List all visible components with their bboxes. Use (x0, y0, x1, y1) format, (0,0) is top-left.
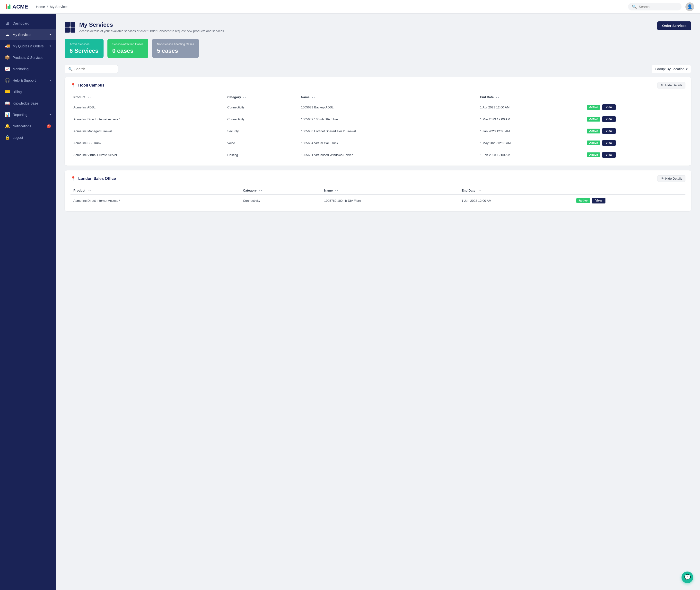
order-services-button[interactable]: Order Services (657, 21, 691, 30)
stat-value-non-affecting: 5 cases (157, 47, 194, 54)
sidebar-item-logout[interactable]: 🔒 Logout (0, 132, 56, 143)
pin-icon-hooli-campus: 📍 (71, 83, 76, 88)
services-search-icon: 🔍 (68, 67, 73, 71)
main-content: My Services Access details of your avail… (56, 14, 700, 590)
sidebar-item-dashboard[interactable]: ⊞ Dashboard (0, 17, 56, 29)
cell-product: Acme Inc Direct Internet Access * (71, 194, 240, 206)
cell-name: 1005681 Virtualised Windows Server (298, 149, 477, 161)
sidebar-item-my-services[interactable]: ☁ My Services ▾ (0, 29, 56, 40)
status-badge: Active (587, 105, 600, 110)
status-badge: Active (576, 198, 590, 203)
col-header-actions (573, 187, 685, 194)
stat-card-non-affecting[interactable]: Non-Service Affecting Cases 5 cases (152, 39, 199, 58)
logout-icon: 🔒 (5, 135, 10, 140)
cell-category: Connectivity (240, 194, 321, 206)
cell-end-date: 1 May 2023 12:00 AM (477, 137, 584, 149)
col-header-product[interactable]: Product ▲▼ (71, 187, 240, 194)
status-badge: Active (587, 128, 600, 133)
sidebar-item-my-quotes-orders[interactable]: 🚚 My Quotes & Orders ▾ (0, 40, 56, 52)
sidebar-item-billing[interactable]: 💳 Billing (0, 86, 56, 97)
location-title-hooli-campus: 📍 Hooli Campus (71, 83, 104, 88)
sort-icon: ▲▼ (243, 96, 247, 98)
sidebar-label-my-services: My Services (13, 33, 31, 37)
col-header-product[interactable]: Product ▲▼ (71, 93, 224, 101)
view-button[interactable]: View (602, 152, 616, 158)
hide-details-hooli-campus[interactable]: 👁 Hide Details (658, 82, 685, 89)
services-search[interactable]: 🔍 (65, 65, 118, 73)
sidebar-label-knowledge-base: Knowledge Base (13, 101, 38, 105)
actions-cell: Active View (576, 198, 683, 203)
col-header-name[interactable]: Name ▲▼ (298, 93, 477, 101)
sidebar-item-help-support[interactable]: 🎧 Help & Support ▾ (0, 75, 56, 86)
logo-bar-red (6, 4, 7, 9)
cell-name: 1005682 100mb DIA Fibre (298, 113, 477, 125)
status-badge: Active (587, 117, 600, 121)
avatar[interactable]: 👤 (685, 2, 694, 11)
view-button[interactable]: View (602, 104, 616, 110)
products-services-icon: 📦 (5, 55, 10, 60)
services-search-input[interactable] (74, 67, 117, 71)
billing-icon: 💳 (5, 89, 10, 94)
cell-end-date: 1 Mar 2023 12:00 AM (477, 113, 584, 125)
chat-button[interactable]: 💬 (682, 572, 693, 583)
view-button[interactable]: View (602, 128, 616, 134)
sort-icon: ▲▼ (496, 96, 499, 98)
sidebar-item-notifications[interactable]: 🔔 Notifications 1 (0, 120, 56, 132)
actions-cell: Active View (587, 152, 683, 158)
my-quotes-orders-icon: 🚚 (5, 43, 10, 48)
col-header-category[interactable]: Category ▲▼ (224, 93, 298, 101)
cell-product: Acme Inc Direct Internet Access * (71, 113, 224, 125)
hide-details-label-hooli-campus: Hide Details (665, 83, 682, 87)
breadcrumb-home[interactable]: Home (36, 5, 45, 9)
logo-icon (6, 4, 10, 9)
help-support-icon: 🎧 (5, 78, 10, 83)
view-button[interactable]: View (592, 198, 605, 203)
location-section-london-sales-office: 📍 London Sales Office 👁 Hide Details Pro… (65, 171, 691, 211)
stat-card-service-affecting[interactable]: Service-Affecting Cases 0 cases (107, 39, 148, 58)
services-table-hooli-campus: Product ▲▼Category ▲▼Name ▲▼End Date ▲▼ … (71, 93, 685, 161)
stat-card-active-services[interactable]: Active Services 6 Services (65, 39, 104, 58)
hide-details-london-sales-office[interactable]: 👁 Hide Details (658, 175, 685, 182)
sidebar-item-products-services[interactable]: 📦 Products & Services (0, 52, 56, 63)
group-select[interactable]: Group: By Location ▾ (652, 65, 691, 73)
col-header-end-date[interactable]: End Date ▲▼ (459, 187, 573, 194)
status-badge: Active (587, 140, 600, 145)
cell-end-date: 1 Apr 2023 12:00 AM (477, 101, 584, 113)
col-header-name[interactable]: Name ▲▼ (321, 187, 459, 194)
location-title-london-sales-office: 📍 London Sales Office (71, 176, 116, 181)
sort-icon: ▲▼ (311, 96, 315, 98)
knowledge-base-icon: 📖 (5, 101, 10, 106)
chevron-down-icon: ▾ (686, 67, 688, 71)
controls: 🔍 Group: By Location ▾ (65, 65, 691, 73)
cell-end-date: 1 Feb 2023 12:00 AM (477, 149, 584, 161)
sidebar-label-products-services: Products & Services (13, 56, 43, 60)
page-header: My Services Access details of your avail… (65, 21, 691, 33)
page-title: My Services (79, 21, 224, 28)
cell-category: Security (224, 125, 298, 137)
stat-label-service-affecting: Service-Affecting Cases (112, 42, 143, 46)
sidebar-item-knowledge-base[interactable]: 📖 Knowledge Base (0, 97, 56, 109)
logo-text: ACME (12, 4, 28, 10)
stat-cards: Active Services 6 Services Service-Affec… (65, 39, 691, 58)
cell-category: Hosting (224, 149, 298, 161)
location-section-hooli-campus: 📍 Hooli Campus 👁 Hide Details Product ▲▼… (65, 77, 691, 166)
global-search[interactable]: 🔍 (628, 3, 682, 10)
breadcrumb-separator: / (47, 5, 48, 9)
badge-notifications: 1 (47, 124, 51, 128)
col-header-category[interactable]: Category ▲▼ (240, 187, 321, 194)
sidebar-item-reporting[interactable]: 📊 Reporting ▾ (0, 109, 56, 120)
view-button[interactable]: View (602, 116, 616, 122)
logo: ACME (6, 4, 28, 10)
view-button[interactable]: View (602, 140, 616, 146)
col-header-end-date[interactable]: End Date ▲▼ (477, 93, 584, 101)
cell-product: Acme Inc ADSL (71, 101, 224, 113)
sidebar-item-monitoring[interactable]: 📈 Monitoring (0, 63, 56, 75)
search-input[interactable] (639, 5, 678, 9)
cell-end-date: 1 Jan 2023 12:00 AM (477, 125, 584, 137)
sidebar-label-monitoring: Monitoring (13, 67, 28, 71)
dashboard-icon: ⊞ (5, 21, 10, 26)
cell-name: 1005684 Virtual Call Trunk (298, 137, 477, 149)
actions-cell: Active View (587, 116, 683, 122)
arrow-icon: ▾ (49, 113, 51, 116)
stat-value-service-affecting: 0 cases (112, 47, 143, 54)
